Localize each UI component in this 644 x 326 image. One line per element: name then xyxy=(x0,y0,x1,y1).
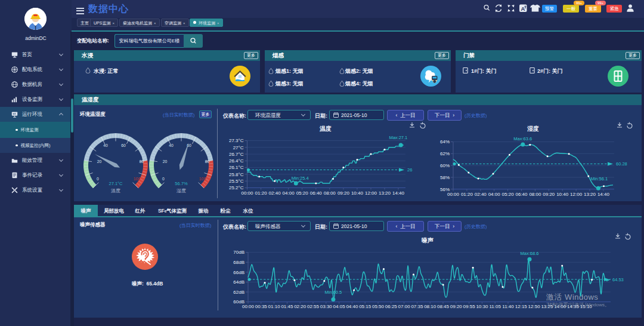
svg-text:A: A xyxy=(521,5,525,12)
